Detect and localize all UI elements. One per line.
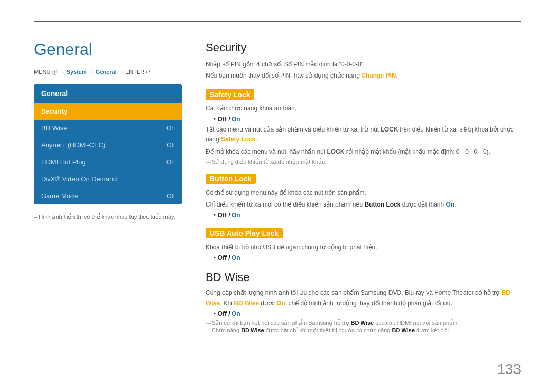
nav-item-value: On [166,159,175,166]
button-lock-desc1: Có thể sử dụng menu này để khóa các nút … [206,188,521,198]
nav-item-bd-wise[interactable]: BD Wise On [34,120,182,137]
nav-item-value: Off [166,142,175,149]
button-lock-desc2: Chỉ điều khiển từ xa mới có thể điều khi… [206,200,521,210]
usb-lock-desc: Khóa thiết bị bộ nhớ USB để ngăn chúng t… [206,242,521,252]
menu-path: MENU ㊉ → System → General → ENTER ↵ [34,68,183,76]
nav-item-label: BD Wise [41,124,67,132]
bd-wise-desc1: Cung cấp chất lượng hình ảnh tối ưu cho … [206,288,521,308]
page-number: 133 [497,361,521,378]
nav-box-title: General [34,84,182,103]
nav-item-security[interactable]: Security [34,103,182,120]
bd-wise-bullet: Off / On [214,310,521,318]
nav-box: General Security BD Wise On Anynet+ (HDM… [34,84,182,204]
right-panel: Security Nhập số PIN gồm 4 chữ số. Số PI… [206,31,521,335]
bd-wise-note2: Chức năng BD Wise được bật chỉ khi một t… [206,327,521,334]
nav-item-label: Anynet+ (HDMI-CEC) [41,141,105,149]
bd-wise-title: BD Wise [206,271,521,284]
safety-lock-bullet: Off / On [214,116,521,123]
usb-lock-bullet: Off / On [214,254,521,262]
nav-item-value: On [166,125,175,132]
nav-item-anynet[interactable]: Anynet+ (HDMI-CEC) Off [34,137,182,154]
security-desc2: Nếu bạn muốn thay đổi số PIN, hãy sử dụn… [206,71,521,80]
safety-lock-note: Sử dụng điều khiển từ xa để nhập mật khẩ… [206,159,521,165]
top-divider [34,21,521,22]
nav-item-label: Game Mode [41,192,78,200]
safety-lock-desc2: Tắt các menu và nút của sản phẩm và điều… [206,125,521,144]
nav-item-game-mode[interactable]: Game Mode Off [34,188,182,204]
nav-item-divx[interactable]: DivX® Video On Demand [34,171,182,188]
nav-item-label: HDMI Hot Plug [41,158,86,166]
security-desc1: Nhập số PIN gồm 4 chữ số. Số PIN mặc địn… [206,60,521,69]
security-title: Security [206,41,521,54]
nav-item-label: Security [41,107,67,115]
left-panel: General MENU ㊉ → System → General → ENTE… [34,31,183,220]
usb-lock-subtitle: USB Auto Play Lock [206,228,283,238]
safety-lock-desc3: Để mở khóa các menu và nút, hãy nhấn nút… [206,147,521,157]
nav-item-label: DivX® Video On Demand [41,175,117,183]
change-pin-link[interactable]: Change PIN [361,72,396,79]
bd-wise-note1: Sẵn có khi bạn kết nối các sản phẩm Sams… [206,320,521,326]
nav-item-value: Off [166,193,175,200]
button-lock-subtitle: Button Lock [206,174,256,184]
nav-item-hdmi[interactable]: HDMI Hot Plug On [34,154,182,171]
button-lock-bullet: Off / On [214,212,521,219]
footnote: Hình ảnh hiển thị có thể khác nhau tùy t… [34,214,183,220]
safety-lock-desc1: Cài đặc chức năng khóa an toàn. [206,104,521,114]
page-title: General [34,40,183,59]
general-link: General [96,69,117,75]
system-link: System [67,69,87,75]
safety-lock-subtitle: Safety Lock [206,89,254,100]
